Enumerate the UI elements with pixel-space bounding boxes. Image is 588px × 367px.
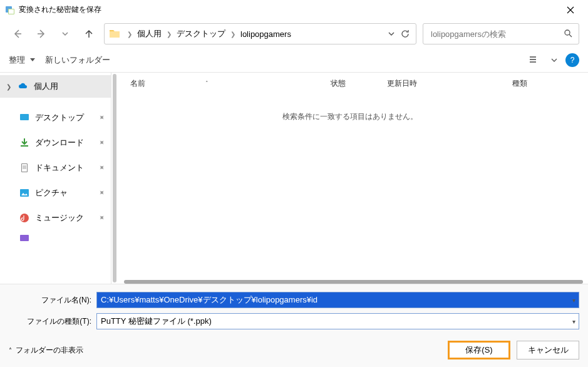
breadcrumb-item[interactable]: 個人用: [135, 27, 164, 41]
chevron-up-icon: ˄: [9, 347, 12, 354]
help-button[interactable]: ?: [565, 53, 579, 67]
address-bar[interactable]: ❯ 個人用 ❯ デスクトップ ❯ lolipopgamers: [104, 23, 416, 44]
file-list-area: 名前˄ 状態 更新日時 種類 検索条件に一致する項目はありません。: [111, 73, 588, 284]
video-icon: [19, 232, 30, 244]
filename-input[interactable]: [96, 292, 579, 308]
document-icon: [19, 162, 30, 173]
pin-icon: ✦: [96, 113, 107, 123]
search-box[interactable]: [423, 23, 579, 44]
pin-icon: ✦: [96, 188, 107, 199]
sidebar-item-documents[interactable]: ドキュメント ✦: [13, 155, 111, 180]
column-state[interactable]: 状態: [331, 78, 346, 89]
empty-message: 検索条件に一致する項目はありません。: [111, 111, 588, 122]
save-dialog: 変換された秘密鍵を保存 ❯ 個人用 ❯ デスクトップ ❯ lolipopgame…: [0, 0, 588, 367]
search-icon[interactable]: [564, 29, 572, 39]
filetype-combo[interactable]: PuTTY 秘密鍵ファイル (*.ppk): [96, 313, 579, 329]
breadcrumb-item[interactable]: デスクトップ: [174, 27, 228, 41]
sidebar-tree: ❯ 個人用 デスクトップ ✦ ダウンロード ✦ ドキュメント: [0, 73, 111, 284]
svg-point-3: [565, 30, 570, 35]
music-icon: [19, 212, 30, 224]
column-date[interactable]: 更新日時: [387, 78, 417, 89]
search-input[interactable]: [430, 29, 564, 39]
close-button[interactable]: [558, 1, 583, 19]
column-headers[interactable]: 名前˄ 状態 更新日時 種類: [118, 73, 588, 94]
new-folder-button[interactable]: 新しいフォルダー: [45, 54, 110, 66]
pictures-icon: [19, 187, 30, 199]
svg-rect-6: [22, 164, 27, 172]
recent-dropdown[interactable]: [56, 25, 74, 43]
cloud-icon: [18, 81, 29, 92]
pin-icon: ✦: [96, 163, 107, 173]
chevron-right-icon: ❯: [127, 31, 132, 38]
refresh-button[interactable]: [398, 27, 412, 41]
filetype-label: ファイルの種類(T):: [9, 316, 96, 327]
nav-bar: ❯ 個人用 ❯ デスクトップ ❯ lolipopgamers: [0, 20, 588, 48]
sidebar-item-more[interactable]: [13, 230, 111, 246]
svg-rect-9: [20, 235, 29, 241]
chevron-right-icon: ❯: [167, 31, 172, 38]
forward-button[interactable]: [33, 25, 50, 43]
sidebar-item-pictures[interactable]: ピクチャ ✦: [13, 180, 111, 205]
view-dropdown[interactable]: [550, 51, 558, 69]
sort-indicator-icon: ˄: [205, 80, 209, 86]
sidebar-item-downloads[interactable]: ダウンロード ✦: [13, 130, 111, 155]
window-title: 変換された秘密鍵を保存: [19, 4, 558, 15]
scrollbar-horizontal[interactable]: [124, 280, 583, 284]
svg-point-8: [20, 214, 29, 222]
scrollbar-vertical[interactable]: [113, 74, 116, 282]
folder-icon: [108, 28, 121, 40]
titlebar: 変換された秘密鍵を保存: [0, 0, 588, 20]
up-button[interactable]: [80, 25, 98, 43]
svg-rect-2: [9, 9, 14, 14]
view-options[interactable]: [525, 51, 543, 69]
app-icon: [5, 5, 15, 15]
column-name[interactable]: 名前: [130, 78, 145, 89]
pin-icon: ✦: [96, 138, 107, 148]
save-button[interactable]: 保存(S): [448, 341, 510, 359]
filename-label: ファイル名(N):: [9, 295, 96, 306]
svg-rect-4: [20, 114, 29, 120]
desktop-icon: [19, 112, 30, 123]
chevron-right-icon: ❯: [6, 83, 13, 90]
column-type[interactable]: 種類: [512, 78, 527, 89]
hide-folders-toggle[interactable]: ˄ フォルダーの非表示: [9, 345, 83, 356]
cancel-button[interactable]: キャンセル: [517, 341, 579, 359]
back-button[interactable]: [9, 25, 26, 43]
sidebar-item-desktop[interactable]: デスクトップ ✦: [13, 105, 111, 130]
sidebar-item-personal[interactable]: ❯ 個人用: [0, 75, 111, 98]
toolbar: 整理 新しいフォルダー ?: [0, 48, 588, 73]
download-icon: [19, 137, 30, 148]
svg-rect-7: [20, 189, 29, 197]
chevron-right-icon: ❯: [230, 31, 235, 38]
pin-icon: ✦: [96, 213, 107, 224]
breadcrumb-item[interactable]: lolipopgamers: [238, 28, 294, 40]
sidebar-item-music[interactable]: ミュージック ✦: [13, 205, 111, 230]
organize-menu[interactable]: 整理: [9, 54, 35, 66]
footer: ファイル名(N): ▾ ファイルの種類(T): PuTTY 秘密鍵ファイル (*…: [0, 284, 588, 367]
address-dropdown[interactable]: [384, 27, 398, 41]
